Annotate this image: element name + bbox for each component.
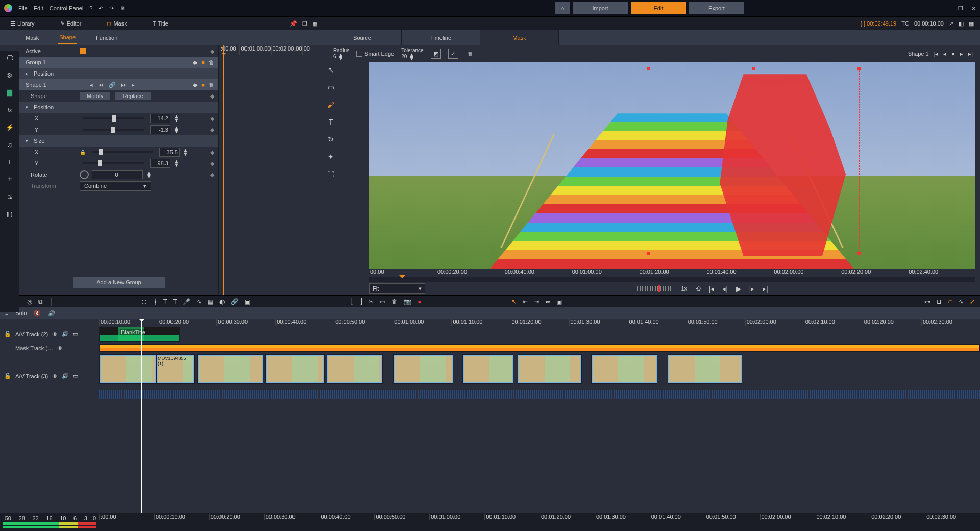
prev-kf-icon[interactable]: ◂ <box>90 82 93 88</box>
shape-selector[interactable]: Shape 1 <box>908 51 929 57</box>
kf-toggle[interactable]: ◆ <box>210 160 214 167</box>
pin-icon[interactable]: 📌 <box>290 20 297 27</box>
timeline-playhead[interactable] <box>141 319 142 513</box>
replace-button[interactable]: Replace <box>115 92 150 100</box>
track-lane-av2[interactable]: BlankTitle <box>99 326 980 343</box>
mute-all-icon[interactable]: 🔇 <box>34 310 41 317</box>
text-icon[interactable]: T <box>163 298 167 305</box>
loop-icon[interactable]: ⟲ <box>695 285 701 293</box>
size-x-input[interactable] <box>159 148 180 157</box>
video-clip[interactable] <box>197 354 263 384</box>
rotate-input[interactable] <box>92 170 143 179</box>
trash-icon[interactable]: 🗑 <box>391 298 398 305</box>
monitor-icon[interactable]: ▭ <box>73 331 78 337</box>
kf-toggle[interactable]: ◆ <box>210 93 214 100</box>
lock-icon[interactable]: 🔓 <box>4 331 11 337</box>
rotate-dial-icon[interactable] <box>80 170 89 179</box>
subtab-shape[interactable]: Shape <box>58 31 77 44</box>
trash-icon[interactable]: 🗑 <box>465 49 476 59</box>
viewer-tab-mask[interactable]: Mask <box>480 30 559 45</box>
grid-icon[interactable]: ▦ <box>208 298 213 305</box>
help-icon[interactable]: ? <box>89 5 92 11</box>
scrub-playhead[interactable] <box>399 275 405 281</box>
step-back-icon[interactable]: ◂| <box>722 285 727 293</box>
eye-icon[interactable]: 👁 <box>52 331 58 337</box>
menu-control-panel[interactable]: Control Panel <box>50 5 84 11</box>
window-close-icon[interactable]: ✕ <box>971 5 976 12</box>
lock-icon[interactable]: 🔒 <box>80 150 86 155</box>
kf-toggle[interactable]: ◆ <box>210 48 214 55</box>
subtab-function[interactable]: Function <box>95 32 118 44</box>
folder-icon[interactable]: ▇ <box>5 87 15 98</box>
select-tool-icon[interactable]: ↖ <box>511 298 517 305</box>
transform-tool-icon[interactable]: ↻ <box>326 134 336 144</box>
step-fwd-icon[interactable]: ⏭ <box>121 82 127 88</box>
media-icon[interactable]: 🖵 <box>5 53 15 63</box>
kf-square-icon[interactable]: ■ <box>201 59 205 66</box>
video-clip[interactable] <box>99 354 156 384</box>
video-clip[interactable] <box>668 354 742 384</box>
keyframe-timeline[interactable]: :00.00 00:01:00.00 00:02:00.00 00 <box>218 45 323 295</box>
speaker-icon[interactable]: 🔊 <box>62 373 69 379</box>
spin-down-icon[interactable]: ▼ <box>338 57 345 60</box>
preview-canvas[interactable] <box>369 62 975 269</box>
wave-icon[interactable]: ∿ <box>197 298 202 305</box>
layout-icon[interactable]: ▦ <box>312 20 317 27</box>
video-clip[interactable] <box>393 354 453 384</box>
mode-export[interactable]: Export <box>689 2 744 14</box>
go-start-icon[interactable]: |◂ <box>709 285 714 293</box>
kf-diamond-icon[interactable]: ◆ <box>193 59 197 66</box>
snapshot-icon[interactable]: 📷 <box>404 298 411 305</box>
music-icon[interactable]: ♫ <box>5 139 15 150</box>
kf-toggle[interactable]: ◆ <box>210 149 214 156</box>
expand-icon[interactable]: ▸ <box>26 71 31 76</box>
apply-icon[interactable]: ✓ <box>448 49 458 59</box>
text-icon[interactable]: T <box>5 157 15 167</box>
redo-icon[interactable]: ↷ <box>109 5 114 12</box>
document-icon[interactable]: 🗎 <box>120 5 126 11</box>
play-icon[interactable]: ▶ <box>736 285 741 293</box>
spin-down-icon[interactable]: ▼ <box>174 118 180 122</box>
kf-square-icon[interactable]: ■ <box>201 82 205 88</box>
tab-mask[interactable]: ◻Mask <box>107 20 127 27</box>
step-fwd-icon[interactable]: |▸ <box>749 285 754 293</box>
transform-dropdown[interactable]: Combine▾ <box>80 181 151 191</box>
mode-edit[interactable]: Edit <box>631 2 686 14</box>
monitor-icon[interactable]: ▭ <box>73 373 78 379</box>
multicam-icon[interactable]: ▣ <box>556 298 562 305</box>
popout-icon[interactable]: ❐ <box>302 20 307 27</box>
jog-wheel[interactable] <box>637 286 673 291</box>
mode-import[interactable]: Import <box>573 2 628 14</box>
next-shape-icon[interactable]: ▸ <box>960 51 963 57</box>
bolt-icon[interactable]: ⚡ <box>5 122 15 132</box>
brush-tool-icon[interactable]: 🖌 <box>326 100 336 110</box>
active-checkbox[interactable] <box>80 48 86 54</box>
tab-editor[interactable]: ✎Editor <box>60 20 82 27</box>
add-group-button[interactable]: Add a New Group <box>73 277 165 288</box>
step-back-icon[interactable]: ⏮ <box>98 82 104 88</box>
gear-icon[interactable]: ⚙ <box>5 70 15 80</box>
timeline-ruler[interactable]: 00:00:10.0000:00:20.0000:00:30.0000:00:4… <box>99 319 980 326</box>
camera-icon[interactable]: ▣ <box>244 298 250 305</box>
track-lane-mask[interactable] <box>99 343 980 353</box>
undo-icon[interactable]: ↶ <box>99 5 103 12</box>
subtitle-icon[interactable]: T̲ <box>173 298 177 305</box>
modify-button[interactable]: Modify <box>80 92 110 100</box>
volume-icon[interactable]: 🔊 <box>48 310 55 317</box>
track-lane-av3[interactable]: MOV1394355 (1)… <box>99 353 980 399</box>
spin-down-icon[interactable]: ▼ <box>174 130 180 133</box>
window-restore-icon[interactable]: ❐ <box>958 5 963 12</box>
lock-icon[interactable]: 🔓 <box>4 373 11 379</box>
spin-down-icon[interactable]: ▼ <box>183 152 189 156</box>
trim-out-icon[interactable]: ⇥ <box>534 298 539 305</box>
first-shape-icon[interactable]: |◂ <box>934 51 939 57</box>
trim-in-icon[interactable]: ⇤ <box>523 298 528 305</box>
globe-icon[interactable]: ◐ <box>219 298 225 305</box>
razor-icon[interactable]: ✂ <box>369 298 374 305</box>
audio-scrub-icon[interactable]: ∿ <box>959 298 964 305</box>
wand-tool-icon[interactable]: ✦ <box>326 152 336 162</box>
crop-tool-icon[interactable]: ⛶ <box>326 169 336 179</box>
tab-library[interactable]: ☰Library <box>10 20 35 27</box>
size-y-input[interactable] <box>150 159 170 168</box>
mic-icon[interactable]: 🎤 <box>183 298 190 305</box>
